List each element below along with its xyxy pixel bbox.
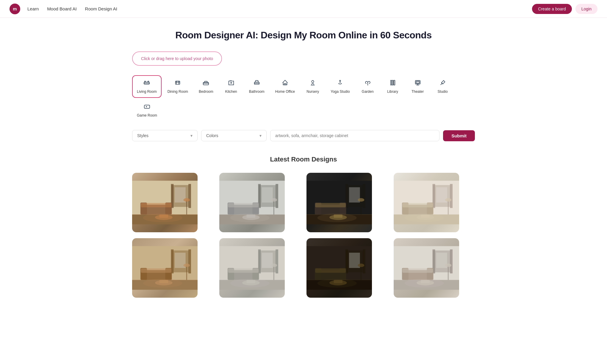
svg-point-91 xyxy=(183,263,190,267)
navbar: m Learn Mood Board AI Room Design AI Cre… xyxy=(0,0,607,18)
svg-rect-7 xyxy=(390,80,392,85)
home-office-icon xyxy=(282,79,288,88)
svg-rect-9 xyxy=(394,80,395,85)
svg-rect-74 xyxy=(448,200,449,215)
kitchen-icon xyxy=(228,79,234,88)
colors-dropdown[interactable]: Colors ▾ xyxy=(201,130,267,141)
svg-rect-58 xyxy=(361,200,362,215)
design-image-card[interactable] xyxy=(306,173,372,232)
garden-icon xyxy=(364,79,371,88)
svg-point-140 xyxy=(405,279,444,288)
design-image-card[interactable] xyxy=(394,238,459,298)
home-office-label: Home Office xyxy=(275,90,295,94)
design-image-grid-2 xyxy=(132,238,475,298)
svg-rect-135 xyxy=(402,268,433,273)
room-item-garden[interactable]: Garden xyxy=(356,75,380,98)
page-title: Room Designer AI: Design My Room Online … xyxy=(132,30,475,41)
design-image-card[interactable] xyxy=(394,173,459,232)
room-item-living-room[interactable]: Living Room xyxy=(132,75,162,98)
svg-point-5 xyxy=(312,81,314,83)
svg-rect-99 xyxy=(276,250,278,274)
items-input[interactable] xyxy=(270,130,439,141)
svg-rect-35 xyxy=(276,184,278,208)
svg-rect-4 xyxy=(284,84,286,85)
nav-learn[interactable]: Learn xyxy=(27,6,39,11)
login-button[interactable]: Login xyxy=(575,4,597,14)
living-room-label: Living Room xyxy=(137,90,157,94)
svg-rect-23 xyxy=(141,203,171,207)
styles-dropdown[interactable]: Styles ▾ xyxy=(132,130,198,141)
library-icon xyxy=(389,79,396,88)
upload-area[interactable]: Click or drag here to upload your photo xyxy=(132,51,222,66)
bedroom-label: Bedroom xyxy=(199,90,213,94)
create-board-button[interactable]: Create a board xyxy=(532,4,572,14)
svg-rect-55 xyxy=(315,203,346,207)
svg-point-139 xyxy=(445,263,451,267)
svg-rect-106 xyxy=(273,266,274,280)
room-item-dining-room[interactable]: Dining Room xyxy=(163,75,193,98)
design-image-card[interactable] xyxy=(219,238,285,298)
game-room-label: Game Room xyxy=(137,113,157,117)
nav-moodboard[interactable]: Mood Board AI xyxy=(47,6,76,11)
room-item-bedroom[interactable]: Bedroom xyxy=(194,75,218,98)
game-room-icon xyxy=(144,103,150,112)
library-label: Library xyxy=(387,90,398,94)
svg-point-107 xyxy=(270,263,277,267)
svg-point-124 xyxy=(317,279,357,288)
design-image-card[interactable] xyxy=(306,238,372,298)
svg-rect-19 xyxy=(188,184,191,208)
svg-rect-1 xyxy=(176,81,180,84)
design-image-card[interactable] xyxy=(132,173,198,232)
styles-label: Styles xyxy=(137,133,148,138)
room-item-studio[interactable]: Studio xyxy=(431,75,455,98)
svg-point-44 xyxy=(230,214,270,222)
room-item-library[interactable]: Library xyxy=(381,75,405,98)
svg-rect-71 xyxy=(402,203,433,207)
svg-rect-67 xyxy=(450,184,453,208)
svg-rect-83 xyxy=(188,250,191,274)
theater-icon xyxy=(414,79,421,88)
room-item-yoga-studio[interactable]: Yoga Studio xyxy=(326,75,354,98)
design-image-card[interactable] xyxy=(132,238,198,298)
svg-rect-115 xyxy=(363,250,365,274)
svg-rect-51 xyxy=(363,184,365,208)
dining-room-label: Dining Room xyxy=(168,90,188,94)
yoga-studio-icon xyxy=(337,79,343,88)
nav-actions: Create a board Login xyxy=(532,4,597,14)
room-item-home-office[interactable]: Home Office xyxy=(270,75,300,98)
nav-links: Learn Mood Board AI Room Design AI xyxy=(27,6,532,11)
svg-rect-131 xyxy=(450,250,453,274)
svg-point-60 xyxy=(317,214,357,222)
latest-section-title: Latest Room Designs xyxy=(132,156,475,163)
nursery-icon xyxy=(309,79,316,88)
svg-point-43 xyxy=(270,198,277,202)
colors-label: Colors xyxy=(206,133,218,138)
controls-row: Styles ▾ Colors ▾ Submit xyxy=(132,130,475,141)
logo[interactable]: m xyxy=(10,4,20,14)
room-item-game-room[interactable]: Game Room xyxy=(132,99,162,122)
studio-icon xyxy=(439,79,446,88)
svg-rect-103 xyxy=(228,268,259,273)
svg-rect-122 xyxy=(361,266,362,280)
colors-chevron-icon: ▾ xyxy=(259,133,262,138)
submit-button[interactable]: Submit xyxy=(443,130,475,141)
svg-rect-39 xyxy=(228,203,259,207)
svg-rect-42 xyxy=(273,200,274,215)
svg-point-6 xyxy=(340,80,341,81)
design-image-card[interactable] xyxy=(219,173,285,232)
main-content: Room Designer AI: Design My Room Online … xyxy=(125,18,482,316)
room-item-nursery[interactable]: Nursery xyxy=(301,75,325,98)
svg-rect-2 xyxy=(203,82,209,85)
room-item-bathroom[interactable]: Bathroom xyxy=(244,75,269,98)
svg-rect-11 xyxy=(416,81,419,83)
svg-rect-87 xyxy=(141,268,171,273)
room-item-theater[interactable]: Theater xyxy=(406,75,430,98)
bedroom-icon xyxy=(203,79,209,88)
bathroom-label: Bathroom xyxy=(249,90,265,94)
svg-point-76 xyxy=(405,214,444,222)
nav-roomdesign[interactable]: Room Design AI xyxy=(85,6,117,11)
yoga-studio-label: Yoga Studio xyxy=(331,90,350,94)
room-item-kitchen[interactable]: Kitchen xyxy=(219,75,243,98)
nursery-label: Nursery xyxy=(306,90,319,94)
theater-label: Theater xyxy=(412,90,424,94)
